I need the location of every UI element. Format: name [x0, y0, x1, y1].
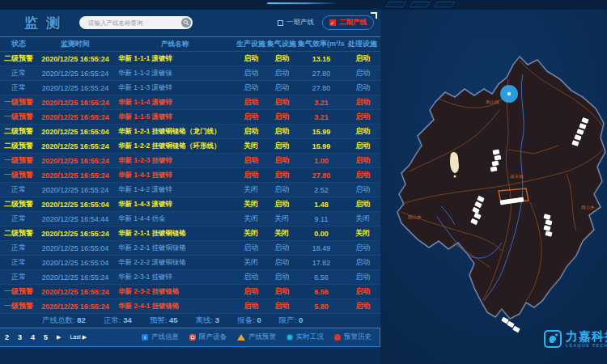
legend-button-alarm-history[interactable]: 预警历史 — [334, 332, 371, 342]
table-row[interactable]: 一级预警2020/12/25 16:55:24华新 2-3-2 挂镀镍铬启动启动… — [0, 285, 380, 299]
realtime-status-icon — [287, 334, 293, 341]
bottom-bar: 2345▶Last ▶ i产线信息限产设备产线预警实时工况预警历史 — [0, 328, 380, 347]
line-name-cell: 华新 1-1-4 滚镀锌 — [113, 98, 236, 108]
gas-efficiency-cell: 18.49 — [298, 244, 345, 252]
time-cell: 2020/12/25 16:55:04 — [37, 244, 113, 252]
gas-efficiency-cell: 15.99 — [298, 142, 345, 150]
production-facility-cell: 关闭 — [236, 228, 265, 239]
time-cell: 2020/12/25 16:55:24 — [37, 84, 113, 92]
line-name-cell: 华新 1-1-2 滚镀镍 — [113, 69, 236, 78]
page-button[interactable]: 2 — [5, 333, 9, 341]
search-input[interactable] — [87, 19, 181, 28]
production-facility-cell: 启动 — [236, 170, 265, 180]
time-cell: 2020/12/25 16:55:24 — [37, 171, 113, 180]
table-row[interactable]: 一级预警2020/12/25 16:55:24华新 1-2-3 挂镀锌启动启动1… — [0, 154, 380, 168]
map-area[interactable]: 凤山镇园山乡城关镇西山乡 力嘉科技 LEAGUE TECH — [380, 10, 607, 364]
bottom-strip — [0, 348, 380, 364]
status-cell: 正常 — [0, 243, 37, 253]
legend-button-info[interactable]: i产线信息 — [142, 332, 179, 342]
legend-button-limited-device[interactable]: 限产设备 — [189, 332, 227, 342]
time-cell: 2020/12/25 16:55:24 — [37, 99, 113, 107]
summary-label: 离线: — [196, 315, 215, 324]
search-box[interactable] — [79, 16, 193, 29]
page-button[interactable]: 4 — [31, 333, 35, 341]
table-row[interactable]: 正常2020/12/25 16:55:24华新 1-4-2 滚镀锌关闭启动2.5… — [0, 183, 380, 197]
legend-button-realtime-status[interactable]: 实时工况 — [287, 332, 324, 342]
table-row[interactable]: 正常2020/12/25 16:54:44华新 1-4-4 仿金关闭关闭9.11… — [0, 212, 380, 226]
gas-facility-cell: 关闭 — [265, 214, 298, 224]
decor-glow-line — [267, 2, 338, 4]
gas-facility-cell: 启动 — [265, 301, 298, 311]
treatment-facility-cell: 启动 — [345, 301, 380, 311]
status-cell: 二级预警 — [0, 126, 37, 137]
line-name-cell: 华新 1-2-2 挂镀铜镍铬（环形线） — [113, 142, 236, 151]
table-row[interactable]: 二级预警2020/12/25 16:55:24华新 2-1-1 挂镀铜镍铬关闭关… — [0, 226, 380, 241]
production-facility-cell: 启动 — [236, 68, 265, 78]
table-row[interactable]: 二级预警2020/12/25 16:55:24华新 1-1-1 滚镀锌启动启动1… — [0, 52, 380, 66]
gas-facility-cell: 启动 — [265, 286, 298, 297]
status-cell: 二级预警 — [0, 228, 37, 239]
table-row[interactable]: 正常2020/12/25 16:55:04华新 2-2-1 挂镀铜镍铬启动启动1… — [0, 241, 380, 256]
summary-item: 限产: 0 — [279, 315, 304, 326]
summary-value: 45 — [169, 315, 178, 324]
district-map[interactable]: 凤山镇园山乡城关镇西山乡 — [380, 10, 607, 364]
map-marker[interactable] — [517, 197, 524, 203]
summary-value: 34 — [123, 315, 132, 324]
production-facility-cell: 启动 — [236, 97, 265, 108]
status-cell: 二级预警 — [0, 141, 37, 151]
table-row[interactable]: 一级预警2020/12/25 16:55:24华新 1-1-4 滚镀锌启动启动3… — [0, 95, 380, 110]
production-facility-cell: 关闭 — [236, 184, 265, 195]
status-cell: 正常 — [0, 257, 37, 268]
production-facility-cell: 启动 — [236, 155, 265, 166]
next-page-button[interactable]: ▶ — [57, 334, 61, 341]
gas-facility-cell: 启动 — [265, 257, 298, 268]
gas-facility-cell: 启动 — [265, 243, 298, 253]
table-row[interactable]: 一级预警2020/12/25 16:55:24华新 1-1-5 滚镀锌启动启动3… — [0, 110, 380, 125]
summary-value: 0 — [257, 315, 261, 324]
gas-facility-cell: 启动 — [265, 141, 298, 151]
status-cell: 正常 — [0, 68, 37, 78]
treatment-facility-cell: 启动 — [345, 199, 380, 210]
line-name-cell: 华新 1-4-3 滚镀锌 — [113, 200, 236, 210]
table-row[interactable]: 正常2020/12/25 16:55:24华新 1-1-3 滚镀锌启动启动27.… — [0, 81, 380, 95]
treatment-facility-cell: 启动 — [345, 83, 380, 93]
decor-slash — [385, 2, 406, 7]
line-name-cell: 华新 1-4-4 仿金 — [113, 214, 236, 224]
gas-efficiency-cell: 27.80 — [298, 171, 345, 180]
gas-efficiency-cell: 17.82 — [298, 259, 345, 267]
last-page-button[interactable]: Last ▶ — [70, 334, 87, 341]
summary-label: 产线总数: — [42, 315, 77, 324]
status-cell: 二级预警 — [0, 53, 37, 64]
phase2-checkbox[interactable]: ✓ 二期产线 — [322, 15, 374, 30]
table-row[interactable]: 正常2020/12/25 16:55:24华新 1-1-2 滚镀镍启动启动27.… — [0, 66, 380, 81]
table-row[interactable]: 正常2020/12/25 16:55:04华新 2-2-2 滚镀铜镍铬关闭启动1… — [0, 256, 380, 270]
status-cell: 一级预警 — [0, 301, 37, 311]
line-name-cell: 华新 2-3-1 挂镀锌 — [113, 273, 236, 282]
gas-efficiency-cell: 9.11 — [298, 215, 345, 223]
gas-efficiency-cell: 5.80 — [298, 303, 345, 311]
top-decor-bar — [0, 0, 607, 10]
phase1-label: 一期产线 — [287, 18, 314, 28]
page-title: 监测 — [24, 14, 68, 32]
summary-label: 正常: — [104, 315, 123, 324]
summary-label: 限产: — [279, 315, 299, 324]
table-row[interactable]: 二级预警2020/12/25 16:55:04华新 1-2-1 挂镀铜镍铬（龙门… — [0, 125, 380, 139]
time-cell: 2020/12/25 16:55:24 — [37, 186, 113, 194]
legend-button-warning-triangle[interactable]: 产线预警 — [237, 332, 276, 342]
gas-efficiency-cell: 15.99 — [298, 128, 345, 136]
phase1-checkbox[interactable]: 一期产线 — [278, 18, 314, 28]
map-label: 凤山镇 — [486, 99, 499, 104]
line-name-cell: 华新 1-2-3 挂镀锌 — [113, 156, 236, 166]
table-row[interactable]: 一级预警2020/12/25 16:55:24华新 2-4-1 挂镀镍铬启动启动… — [0, 299, 380, 314]
page-button[interactable]: 3 — [18, 333, 22, 341]
treatment-facility-cell: 启动 — [345, 272, 380, 282]
production-facility-cell: 启动 — [236, 272, 265, 282]
magnifier-icon[interactable] — [181, 18, 191, 28]
table-row[interactable]: 二级预警2020/12/25 16:55:04华新 1-4-3 滚镀锌关闭启动1… — [0, 197, 380, 212]
company-logo: 力嘉科技 LEAGUE TECH — [544, 330, 607, 349]
table-row[interactable]: 一级预警2020/12/25 16:55:24华新 1-4-1 挂镀锌启动启动2… — [0, 168, 380, 183]
table-row[interactable]: 二级预警2020/12/25 16:55:24华新 1-2-2 挂镀铜镍铬（环形… — [0, 139, 380, 154]
summary-value: 0 — [299, 315, 303, 324]
page-button[interactable]: 5 — [44, 333, 48, 341]
table-row[interactable]: 正常2020/12/25 16:55:24华新 2-3-1 挂镀锌启动启动6.5… — [0, 270, 380, 285]
